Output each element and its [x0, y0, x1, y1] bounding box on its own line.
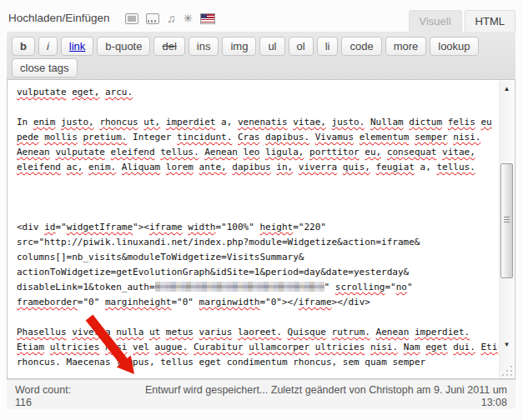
- editor-line: Etiam ultricies nisi vel augue. Curabitu…: [17, 340, 498, 355]
- quicktags-toolbar: bilinkb-quotedelinsimgulollicodemorelook…: [7, 32, 515, 79]
- upload-insert-label: Hochladen/Einfügen: [8, 12, 110, 24]
- editor-header: Hochladen/Einfügen ♫ ✳ Visuell HTML: [7, 5, 515, 32]
- textarea-resize-grip[interactable]: [502, 366, 512, 376]
- html-editor-textarea[interactable]: vulputate eget, arcu.In enim justo, rhon…: [7, 79, 515, 379]
- editor-line: disableLink=1&token_auth=" scrolling="no…: [17, 280, 498, 295]
- word-count-label: Word count:: [15, 384, 123, 397]
- qt-button-close-tags[interactable]: close tags: [12, 58, 78, 78]
- editor-line: [17, 190, 498, 205]
- qt-button-del[interactable]: del: [153, 37, 184, 56]
- image-icon-inner: [128, 16, 136, 22]
- flag-canton: [201, 14, 207, 18]
- qt-button-lookup[interactable]: lookup: [430, 37, 478, 56]
- qt-button-img[interactable]: img: [222, 37, 256, 56]
- qt-button-link[interactable]: link: [61, 37, 94, 56]
- media-buttons: ♫ ✳: [125, 12, 215, 25]
- qt-button-b[interactable]: b: [12, 37, 35, 56]
- editor-content: vulputate eget, arcu.In enim justo, rhon…: [17, 85, 498, 367]
- qt-button-ol[interactable]: ol: [289, 37, 314, 56]
- editor-line: vulputate eget, arcu.: [17, 85, 498, 100]
- add-video-icon[interactable]: [146, 13, 159, 24]
- editor-line: actionToWidgetize=getEvolutionGraph&idSi…: [17, 265, 498, 280]
- qt-button-ul[interactable]: ul: [259, 37, 284, 56]
- editor-footer: Word count: 116 Entwurf wird gespeichert…: [7, 379, 515, 409]
- tab-html[interactable]: HTML: [465, 10, 515, 32]
- editor-line: eleifend ac, enim. Aliquam lorem ante, d…: [17, 160, 498, 175]
- status-text: Entwurf wird gespeichert... Zuletzt geän…: [123, 384, 507, 409]
- word-count: Word count: 116: [15, 384, 123, 409]
- qt-button-code[interactable]: code: [341, 37, 381, 56]
- scroll-up-arrow-icon[interactable]: ▲: [500, 85, 514, 92]
- editor-mode-tabs: Visuell HTML: [409, 10, 515, 32]
- add-audio-icon[interactable]: ♫: [167, 12, 176, 25]
- editor-line: [17, 205, 498, 220]
- add-image-icon[interactable]: [125, 13, 138, 24]
- editor-line: Aenean vulputate eleifend tellus. Aenean…: [17, 145, 498, 160]
- qt-button-b-quote[interactable]: b-quote: [97, 37, 150, 56]
- vertical-scrollbar[interactable]: ▲ ▼: [499, 81, 514, 378]
- editor-line: [17, 310, 498, 325]
- add-media-icon[interactable]: ✳: [184, 12, 194, 25]
- qt-button-li[interactable]: li: [317, 37, 339, 56]
- quicktags-row-2: close tags: [12, 58, 78, 78]
- editor-line: rhoncus. Maecenas tempus, tellus eget co…: [17, 355, 498, 367]
- editor-line: columns[]=nb_visits&moduleToWidgetize=Vi…: [17, 250, 498, 265]
- editor-line: src="http://piwik.linuxandi.net/index.ph…: [17, 235, 498, 250]
- tab-visual[interactable]: Visuell: [409, 10, 462, 32]
- quicktags-row-1: bilinkb-quotedelinsimgulollicodemorelook…: [12, 37, 479, 56]
- scrollbar-thumb-grip: [504, 217, 510, 224]
- word-count-value: 116: [15, 397, 123, 409]
- editor-line: In enim justo, rhoncus ut, imperdiet a, …: [17, 115, 498, 130]
- qt-button-more[interactable]: more: [385, 37, 427, 56]
- qt-button-i[interactable]: i: [38, 37, 58, 56]
- editor-line: frameborder="0" marginheight="0" marginw…: [17, 295, 498, 310]
- editor-line: <div id="widgetIframe"><iframe width="10…: [17, 220, 498, 235]
- video-icon-strip: [148, 20, 158, 22]
- editor-line: [17, 175, 498, 190]
- editor-line: Phasellus viverra nulla ut metus varius …: [17, 325, 498, 340]
- qt-button-ins[interactable]: ins: [189, 37, 219, 56]
- editor-line: pede mollis pretium. Integer tincidunt. …: [17, 130, 498, 145]
- editor-line: [17, 100, 498, 115]
- language-flag-icon[interactable]: [200, 13, 215, 24]
- scroll-down-arrow-icon[interactable]: ▼: [500, 341, 514, 348]
- redacted-token: [155, 282, 324, 292]
- scrollbar-thumb[interactable]: [500, 163, 513, 278]
